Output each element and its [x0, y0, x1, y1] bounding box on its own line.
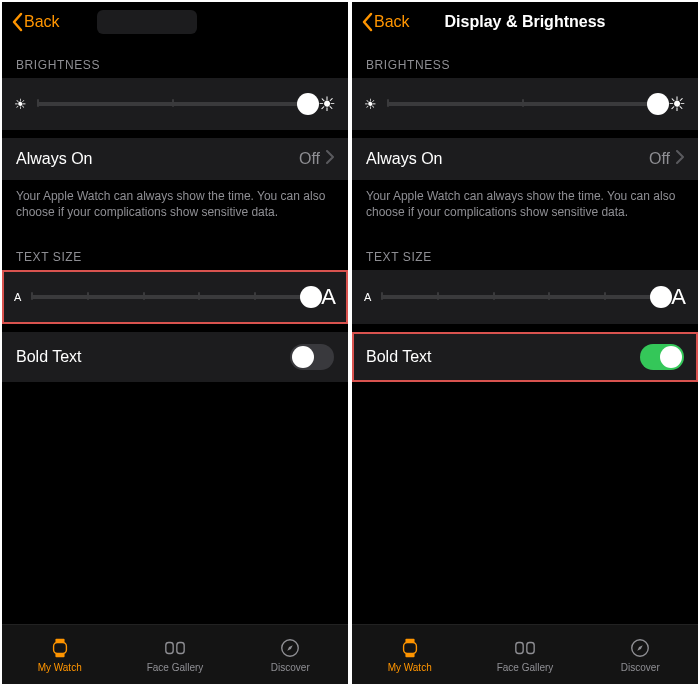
- tab-label-face-gallery: Face Gallery: [497, 662, 554, 673]
- redacted-title: [97, 10, 197, 34]
- back-label: Back: [374, 13, 410, 31]
- face-gallery-icon: [514, 637, 536, 659]
- always-on-label: Always On: [16, 150, 299, 168]
- brightness-header: BRIGHTNESS: [2, 42, 348, 78]
- content: BRIGHTNESS ☀ ☀ Always On Off Your Apple …: [2, 42, 348, 624]
- screenshot-left: Back BRIGHTNESS ☀ ☀ Always On Off Your A…: [2, 2, 348, 684]
- tab-my-watch[interactable]: My Watch: [2, 625, 117, 684]
- text-size-small-icon: A: [364, 291, 371, 303]
- svg-rect-3: [166, 642, 173, 653]
- always-on-row[interactable]: Always On Off: [2, 138, 348, 180]
- svg-rect-8: [405, 653, 414, 657]
- tab-discover[interactable]: Discover: [583, 625, 698, 684]
- tab-face-gallery[interactable]: Face Gallery: [117, 625, 232, 684]
- bold-text-toggle[interactable]: [290, 344, 334, 370]
- bold-text-row: Bold Text: [352, 332, 698, 382]
- text-size-slider[interactable]: [31, 295, 311, 299]
- text-size-slider-row: A A: [352, 270, 698, 324]
- always-on-footer: Your Apple Watch can always show the tim…: [352, 180, 698, 234]
- text-size-large-icon: A: [671, 284, 686, 310]
- brightness-thumb[interactable]: [647, 93, 669, 115]
- text-size-small-icon: A: [14, 291, 21, 303]
- tab-my-watch[interactable]: My Watch: [352, 625, 467, 684]
- watch-icon: [399, 637, 421, 659]
- chevron-right-icon: [326, 150, 334, 168]
- text-size-slider[interactable]: [381, 295, 661, 299]
- tab-label-face-gallery: Face Gallery: [147, 662, 204, 673]
- svg-rect-2: [55, 653, 64, 657]
- text-size-large-icon: A: [321, 284, 336, 310]
- chevron-left-icon: [360, 12, 374, 32]
- bold-text-row: Bold Text: [2, 332, 348, 382]
- navbar: Back Display & Brightness: [352, 2, 698, 42]
- bold-text-label: Bold Text: [16, 348, 290, 366]
- tab-label-discover: Discover: [271, 662, 310, 673]
- brightness-slider[interactable]: [37, 102, 308, 106]
- svg-rect-7: [403, 642, 416, 653]
- discover-icon: [629, 637, 651, 659]
- brightness-low-icon: ☀: [364, 96, 377, 112]
- text-size-thumb[interactable]: [300, 286, 322, 308]
- brightness-slider[interactable]: [387, 102, 658, 106]
- back-label: Back: [24, 13, 60, 31]
- text-size-header: TEXT SIZE: [2, 234, 348, 270]
- screenshot-right: Back Display & Brightness BRIGHTNESS ☀ ☀…: [352, 2, 698, 684]
- discover-icon: [279, 637, 301, 659]
- brightness-thumb[interactable]: [297, 93, 319, 115]
- always-on-footer: Your Apple Watch can always show the tim…: [2, 180, 348, 234]
- tab-bar: My Watch Face Gallery Discover: [352, 624, 698, 684]
- navbar: Back: [2, 2, 348, 42]
- tab-bar: My Watch Face Gallery Discover: [2, 624, 348, 684]
- tab-discover[interactable]: Discover: [233, 625, 348, 684]
- tab-label-my-watch: My Watch: [388, 662, 432, 673]
- text-size-thumb[interactable]: [650, 286, 672, 308]
- back-button[interactable]: Back: [10, 12, 60, 32]
- brightness-slider-row: ☀ ☀: [2, 78, 348, 130]
- brightness-low-icon: ☀: [14, 96, 27, 112]
- always-on-row[interactable]: Always On Off: [352, 138, 698, 180]
- content: BRIGHTNESS ☀ ☀ Always On Off Your Apple …: [352, 42, 698, 624]
- face-gallery-icon: [164, 637, 186, 659]
- brightness-slider-row: ☀ ☀: [352, 78, 698, 130]
- svg-rect-1: [53, 642, 66, 653]
- brightness-header: BRIGHTNESS: [352, 42, 698, 78]
- always-on-value: Off: [299, 150, 320, 168]
- bold-text-label: Bold Text: [366, 348, 640, 366]
- brightness-high-icon: ☀: [668, 92, 686, 116]
- brightness-high-icon: ☀: [318, 92, 336, 116]
- tab-face-gallery[interactable]: Face Gallery: [467, 625, 582, 684]
- chevron-left-icon: [10, 12, 24, 32]
- tab-label-discover: Discover: [621, 662, 660, 673]
- watch-icon: [49, 637, 71, 659]
- chevron-right-icon: [676, 150, 684, 168]
- back-button[interactable]: Back: [360, 12, 410, 32]
- text-size-header: TEXT SIZE: [352, 234, 698, 270]
- svg-rect-4: [177, 642, 184, 653]
- always-on-label: Always On: [366, 150, 649, 168]
- text-size-slider-row: A A: [2, 270, 348, 324]
- tab-label-my-watch: My Watch: [38, 662, 82, 673]
- bold-text-toggle[interactable]: [640, 344, 684, 370]
- always-on-value: Off: [649, 150, 670, 168]
- svg-rect-9: [516, 642, 523, 653]
- svg-rect-10: [527, 642, 534, 653]
